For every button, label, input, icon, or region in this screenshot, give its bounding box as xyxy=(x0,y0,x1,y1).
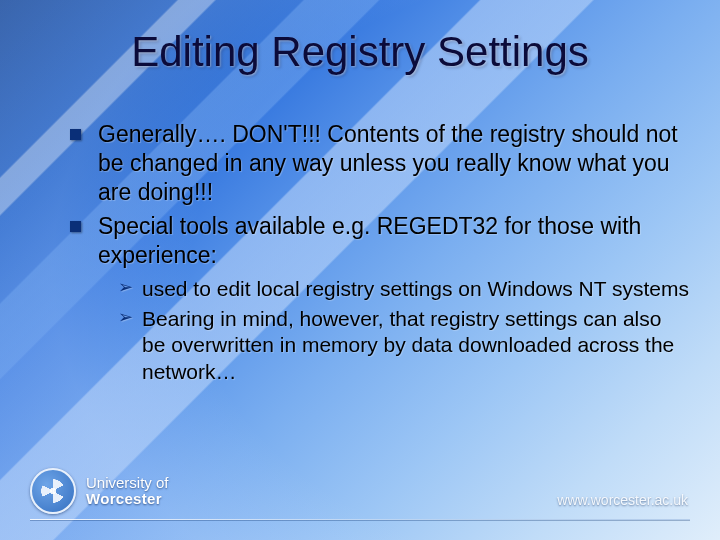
sub-bullet-item: used to edit local registry settings on … xyxy=(118,276,690,302)
sub-bullet-item: Bearing in mind, however, that registry … xyxy=(118,306,690,385)
slide-title: Editing Registry Settings xyxy=(0,28,720,76)
bullet-text: Special tools available e.g. REGEDT32 fo… xyxy=(98,213,641,268)
bullet-list: Generally…. DON'T!!! Contents of the reg… xyxy=(70,120,690,385)
slide-body: Generally…. DON'T!!! Contents of the reg… xyxy=(70,120,690,391)
sub-bullet-text: Bearing in mind, however, that registry … xyxy=(142,307,674,383)
footer-divider xyxy=(30,519,690,520)
logo-roundel-icon xyxy=(30,468,76,514)
slide-footer: University of Worcester www.worcester.ac… xyxy=(30,460,690,520)
bullet-item: Generally…. DON'T!!! Contents of the reg… xyxy=(70,120,690,206)
logo-line2: Worcester xyxy=(86,491,169,508)
sub-bullet-text: used to edit local registry settings on … xyxy=(142,277,689,300)
sub-bullet-list: used to edit local registry settings on … xyxy=(118,276,690,385)
footer-url: www.worcester.ac.uk xyxy=(557,492,688,508)
university-logo: University of Worcester xyxy=(30,468,169,514)
bullet-text: Generally…. DON'T!!! Contents of the reg… xyxy=(98,121,678,205)
bullet-item: Special tools available e.g. REGEDT32 fo… xyxy=(70,212,690,385)
logo-text: University of Worcester xyxy=(86,475,169,508)
logo-line1: University of xyxy=(86,475,169,492)
